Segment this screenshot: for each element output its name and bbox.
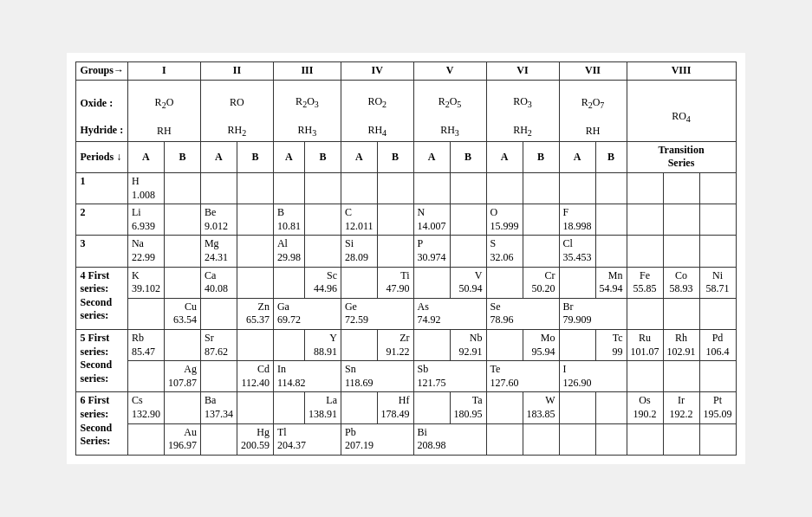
period-5-first-IIB [237, 329, 273, 360]
period-1-IVB [377, 173, 413, 204]
period-2-IIA: Be9.012 [200, 204, 237, 236]
period-6-first-VIB: W183.85 [523, 392, 559, 423]
period-5-label: 5 Firstseries:Secondseries: [76, 329, 127, 391]
oxide-VI: RO3 [513, 95, 532, 107]
period-3-VA: P30.974 [413, 236, 450, 267]
col-B-VI: B [523, 141, 559, 172]
period-5-second-IB: Ag107.87 [164, 361, 200, 392]
period-3-IA: Na22.99 [127, 236, 164, 267]
period-2-IIIA: B10.81 [273, 204, 304, 236]
period-5-Ru: Ru101.07 [627, 329, 663, 360]
period-4-first-IIIB: Sc44.96 [304, 267, 341, 298]
period-6-second-Pt [699, 423, 736, 455]
period-2-Fe [627, 204, 663, 236]
period-6-second-IB: Au196.97 [164, 423, 200, 455]
period-6-Os: Os190.2 [627, 392, 663, 423]
period-1-IIIA [273, 173, 304, 204]
col-A-III: A [273, 141, 304, 172]
period-3-VIIA: Cl35.453 [559, 236, 595, 267]
period-5-second-Rh [663, 361, 699, 392]
oxide-IV: RO2 [367, 95, 387, 107]
period-1-IVA [341, 173, 377, 204]
period-4-Co: Co58.93 [663, 267, 699, 298]
period-2-IA: Li6.939 [127, 204, 164, 236]
col-A-I: A [127, 141, 164, 172]
period-6-first-IB [164, 392, 200, 423]
oxide-VIII: RO4 [627, 80, 736, 141]
period-6-first-VIIA [559, 392, 595, 423]
period-6-second-VA: Bi208.98 [413, 423, 486, 455]
period-4-second-IVA: Ge72.59 [341, 298, 413, 329]
period-6-second-VIA [486, 423, 523, 455]
period-5-second-VIIA: I126.90 [559, 361, 627, 392]
period-6-second-IIA [200, 423, 237, 455]
periodic-table-container: Groups→ I II III IV V VI VII VIII Oxide … [67, 53, 744, 463]
period-5-first-VIB: Mo95.94 [523, 329, 559, 360]
group-V-header: V [413, 62, 486, 81]
col-B-III: B [304, 141, 341, 172]
period-4-second-VA: As74.92 [413, 298, 486, 329]
period-5-first-IA: Rb85.47 [127, 329, 164, 360]
period-5-first-IVB: Zr91.22 [377, 329, 413, 360]
hydride-VII: RH [586, 125, 601, 137]
period-5-first-IB [164, 329, 200, 360]
period-4-first-IA: K39.102 [127, 267, 164, 298]
oxide-II: RO [230, 96, 244, 108]
period-1-IIA [200, 173, 237, 204]
period-2-IIIB [304, 204, 341, 236]
period-1-Co [663, 173, 699, 204]
period-1-VB [450, 173, 486, 204]
period-1-Fe [627, 173, 663, 204]
period-4-second-IA [127, 298, 164, 329]
period-4-first-VIB: Cr50.20 [523, 267, 559, 298]
period-3-IIIB [304, 236, 341, 267]
period-3-label: 3 [76, 236, 127, 267]
period-3-VIA: S32.06 [486, 236, 523, 267]
hydride-IV: RH4 [367, 124, 387, 136]
period-4-second-IIIA: Ga69.72 [273, 298, 341, 329]
period-5-first-VA [413, 329, 450, 360]
period-6-second-VIIA [559, 423, 595, 455]
period-3-IIA: Mg24.31 [200, 236, 237, 267]
period-6-second-VIB [523, 423, 559, 455]
period-6-first-IA: Cs132.90 [127, 392, 164, 423]
period-6-first-IIIA [273, 392, 304, 423]
period-6-first-IVA [341, 392, 377, 423]
period-4-Ni: Ni58.71 [699, 267, 736, 298]
col-B-II: B [237, 141, 273, 172]
oxide-VII: R2O7 [581, 96, 605, 108]
col-A-VI: A [486, 141, 523, 172]
period-5-Rh: Rh102.91 [663, 329, 699, 360]
period-6-first-IIIB: La138.91 [304, 392, 341, 423]
period-5-second-IA [127, 361, 164, 392]
period-2-VIIA: F18.998 [559, 204, 595, 236]
periods-label: Periods ↓ [76, 141, 127, 172]
period-6-first-IVB: Hf178.49 [377, 392, 413, 423]
period-6-label: 6 Firstseries:SecondSeries: [76, 392, 127, 455]
period-2-label: 2 [76, 204, 127, 236]
period-5-second-Ru [627, 361, 663, 392]
period-1-Ni [699, 173, 736, 204]
group-II-header: II [200, 62, 273, 81]
period-2-IIB [237, 204, 273, 236]
period-6-second-VIIB [595, 423, 627, 455]
hydride-II: RH2 [228, 124, 247, 136]
period-6-first-VIA [486, 392, 523, 423]
period-6-second-Os [627, 423, 663, 455]
oxide-hydride-label: Oxide : Hydride : [76, 80, 127, 141]
period-5-second-IIIA: In114.82 [273, 361, 341, 392]
period-1-VIIB [595, 173, 627, 204]
period-4-label: 4 Firstseries:Secondseries: [76, 267, 127, 329]
period-3-IVA: Si28.09 [341, 236, 377, 267]
period-5-second-IVA: Sn118.69 [341, 361, 413, 392]
period-6-Ir: Ir192.2 [663, 392, 699, 423]
hydride-V: RH3 [440, 124, 459, 136]
period-4-second-Co [663, 298, 699, 329]
period-5-first-IVA [341, 329, 377, 360]
period-4-first-IB [164, 267, 200, 298]
group-VII-header: VII [559, 62, 627, 81]
period-6-second-IA [127, 423, 164, 455]
period-3-Fe [627, 236, 663, 267]
period-4-first-IIB [237, 267, 273, 298]
period-4-first-IIIA [273, 267, 304, 298]
